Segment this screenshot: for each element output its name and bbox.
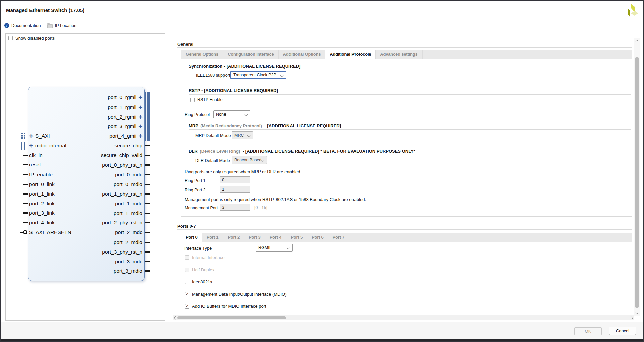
diagram-left-port-row: +S_AXI — [29, 131, 50, 141]
port-label: port_0_phy_rst_n — [102, 162, 142, 168]
port-label: port_2_phy_rst_n — [102, 220, 142, 226]
pin-stub — [145, 203, 150, 204]
pin-stub — [145, 222, 150, 223]
port0-options: Internal InterfaceHalf DuplexIeee8021x✓M… — [181, 233, 632, 316]
diagram-left-port-row: clk_in — [29, 151, 43, 160]
diagram-right-port-row: port_0_phy_rst_n — [28, 160, 142, 170]
general-section-title: General — [177, 42, 193, 47]
expand-plus-icon[interactable]: + — [29, 134, 33, 138]
general-section-rule — [177, 47, 632, 48]
rstp-heading: RSTP - [ADDITIONAL LICENSE REQUIRED] — [189, 88, 278, 93]
tab-general-options[interactable]: General Options — [181, 50, 223, 59]
checkbox-box[interactable] — [185, 280, 189, 284]
mrp-heading-strong: MRP — [189, 123, 198, 128]
bus-pin-icon — [145, 131, 150, 141]
scroll-up-icon[interactable] — [635, 40, 639, 43]
port-label: port_2_mdio — [114, 239, 142, 245]
ring-protocol-value: None — [216, 112, 226, 117]
pin-stub — [145, 213, 150, 214]
tab-advanced-settings[interactable]: Advanced settings — [376, 50, 422, 59]
synchronization-heading: Synchronization - [ADDITIONAL LICENSE RE… — [189, 64, 300, 69]
tab-additional-options[interactable]: Additional Options — [279, 50, 326, 59]
expand-plus-icon[interactable]: + — [138, 124, 142, 128]
tab-configuration-interface[interactable]: Configuration Interface — [223, 50, 278, 59]
rstp-rule — [189, 94, 631, 95]
port-label: port_3_phy_rst_n — [102, 249, 142, 255]
mrp-default-mode-select: MRC — [232, 131, 253, 139]
pin-stub — [145, 164, 150, 166]
cancel-button[interactable]: Cancel — [609, 327, 636, 335]
port-label: port_4_link — [29, 220, 55, 226]
documentation-label: Documentation — [11, 23, 41, 28]
option-checkbox-ieee8021x[interactable]: Ieee8021x — [185, 279, 212, 284]
pin-stub — [23, 184, 28, 185]
rstp-enable-checkbox[interactable]: RSTP Enable — [190, 97, 223, 102]
port-label: clk_in — [29, 152, 43, 158]
bus-bars-icon — [21, 142, 25, 150]
port-label: port_2_mdc — [115, 229, 142, 235]
vertical-scrollbar[interactable] — [634, 38, 640, 316]
horizontal-scrollbar[interactable] — [173, 315, 634, 320]
port-label: port_1_mdc — [115, 201, 142, 207]
diagram-right-port-row: port_2_mdio — [28, 237, 142, 247]
pin-stub — [145, 193, 150, 195]
dialog-titlebar: Managed Ethernet Switch (17.05) — [1, 1, 643, 21]
ip-location-button[interactable]: IP Location — [47, 23, 76, 28]
expand-plus-icon[interactable]: + — [138, 134, 142, 138]
scroll-right-icon[interactable] — [630, 316, 634, 320]
checkbox-label: Add IO Buffers for MDIO Interface port — [192, 304, 266, 309]
horizontal-scrollbar-thumb[interactable] — [177, 316, 286, 319]
checkbox-label: Management Data Input/Output Interface (… — [192, 292, 287, 297]
expand-plus-icon[interactable]: + — [138, 115, 142, 119]
ok-button: OK — [574, 327, 602, 335]
pin-stub — [145, 174, 150, 175]
expand-plus-icon[interactable]: + — [29, 144, 33, 148]
ring-protocol-select[interactable]: None — [213, 110, 250, 118]
option-checkbox-management-data-input-output-interface-mdio-[interactable]: ✓Management Data Input/Output Interface … — [185, 292, 287, 297]
checkbox-box — [185, 268, 189, 272]
checkbox-box[interactable] — [190, 98, 195, 102]
scroll-down-icon[interactable] — [635, 311, 639, 315]
pin-stub — [23, 193, 28, 195]
pin-stub — [23, 164, 28, 165]
dialog-title: Managed Ethernet Switch (17.05) — [6, 7, 84, 13]
port-label: secure_chip — [114, 143, 142, 149]
vertical-scrollbar-thumb[interactable] — [635, 57, 639, 308]
port-label: port_1_mdio — [114, 210, 142, 216]
ieee1588-support-value: Transparent Clock P2P — [233, 73, 276, 77]
pin-stub — [145, 155, 150, 156]
ieee1588-support-select[interactable]: Transparent Clock P2P — [230, 71, 286, 79]
checkbox-box — [185, 255, 189, 260]
diagram-left-port-row: reset — [29, 160, 41, 169]
expand-plus-icon[interactable]: + — [138, 105, 142, 109]
scroll-left-icon[interactable] — [174, 316, 177, 320]
tab-additional-protocols[interactable]: Additional Protocols — [325, 50, 376, 59]
ring-port-2-input — [220, 186, 250, 193]
checkbox-box[interactable]: ✓ — [185, 292, 189, 296]
dlr-heading-muted: (Device Level Ring) — [200, 149, 240, 154]
option-checkbox-half-duplex: Half Duplex — [185, 267, 214, 272]
option-checkbox-add-io-buffers-for-mdio-interface-port[interactable]: ✓Add IO Buffers for MDIO Interface port — [185, 304, 266, 309]
management-port-input — [220, 204, 250, 211]
port-label: port_0_mdc — [115, 172, 142, 178]
port-label: port_4_gmii — [109, 133, 136, 139]
diagram-left-port-row: S_AXI_ARESETN — [29, 228, 71, 237]
pin-stub — [23, 174, 28, 175]
checkbox-box[interactable]: ✓ — [185, 304, 189, 309]
port-label: port_3_mdc — [115, 259, 142, 265]
mrp-default-mode-label: MRP Default Mode — [195, 133, 231, 138]
ieee1588-support-label: IEEE1588 support — [196, 73, 230, 78]
port-label: port_0_rgmii — [108, 94, 136, 100]
bus-pin-icon — [145, 121, 150, 131]
diagram-left-port-row: +mdio_internal — [29, 141, 66, 150]
port-label: port_0_mdio — [114, 181, 142, 187]
management-port-note: Management port is only required when RS… — [185, 197, 366, 202]
checkbox-label: Ieee8021x — [192, 279, 212, 284]
port-label: port_3_mdio — [114, 268, 142, 274]
block-diagram-panel: Show disabled ports port_0_rgmii+port_1_… — [5, 33, 165, 321]
ring-ports-note: Ring ports are only required when MRP or… — [185, 169, 301, 174]
expand-plus-icon[interactable]: + — [138, 95, 142, 99]
documentation-button[interactable]: i Documentation — [4, 23, 41, 28]
dlr-rule — [189, 155, 631, 155]
port-label: port_2_rgmii — [108, 114, 136, 120]
